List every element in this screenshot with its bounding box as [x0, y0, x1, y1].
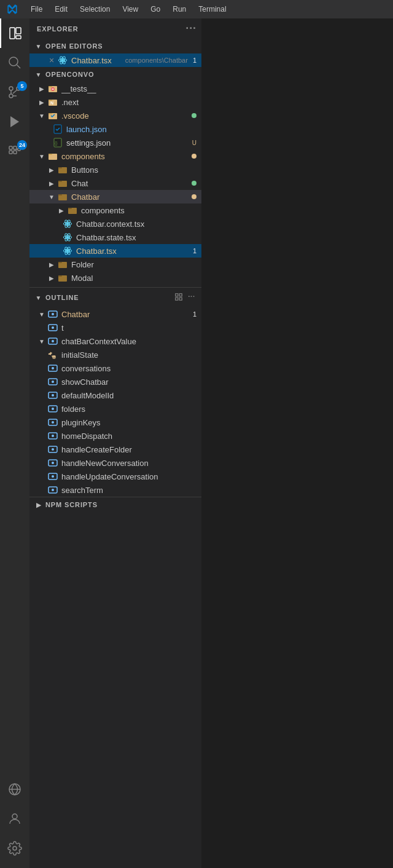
- explorer-more-icon[interactable]: ···: [185, 22, 196, 35]
- activity-bar-explorer[interactable]: [0, 18, 29, 48]
- activity-bar-source-control[interactable]: 5: [0, 77, 29, 107]
- svg-point-90: [52, 489, 54, 491]
- outline-pluginkeys-label: pluginKeys: [61, 418, 196, 427]
- folder-buttons[interactable]: ▶ Buttons: [29, 163, 201, 176]
- svg-rect-0: [10, 28, 15, 39]
- activity-bar-search[interactable]: [0, 48, 29, 77]
- svg-text:{}: {}: [55, 141, 58, 146]
- activity-bar-remote[interactable]: [0, 775, 29, 804]
- components-folder-icon: [47, 150, 59, 162]
- chatbar-tsx-icon: [61, 245, 74, 257]
- folder-folder-label: Folder: [71, 260, 196, 269]
- menu-go[interactable]: Go: [144, 2, 166, 16]
- outline-item-defaultmodelid[interactable]: defaultModelId: [29, 389, 201, 402]
- outline-homedispatch-label: homeDispatch: [61, 432, 196, 441]
- next-folder-icon: N: [47, 96, 59, 108]
- menu-edit[interactable]: Edit: [49, 2, 74, 16]
- svg-point-86: [52, 462, 54, 464]
- outline-showchatbar-icon: [47, 376, 59, 388]
- activity-bar-account[interactable]: [0, 804, 29, 834]
- folder-components[interactable]: ▼ components: [29, 149, 201, 163]
- menu-run[interactable]: Run: [166, 2, 192, 16]
- file-chatbar-state-tsx[interactable]: Chatbar.state.tsx: [29, 231, 201, 244]
- chatbar-components-chevron-icon: ▶: [56, 203, 66, 217]
- outline-item-showchatbar[interactable]: showChatbar: [29, 375, 201, 389]
- folder-vscode[interactable]: ▼ .vscode: [29, 109, 201, 122]
- chatbar-state-tsx-label: Chatbar.state.tsx: [76, 233, 196, 242]
- chatbar-components-folder-icon: [66, 204, 79, 216]
- npm-scripts-chevron: ▶: [34, 502, 43, 508]
- outline-pluginkeys-icon: [47, 416, 59, 428]
- next-chevron-icon: ▶: [37, 95, 47, 109]
- outline-t-label: t: [61, 323, 196, 333]
- folder-folder[interactable]: ▶ Folder: [29, 258, 201, 271]
- open-file-chatbar-tsx-label: Chatbar.tsx: [71, 56, 122, 65]
- outline-item-chatbar[interactable]: ▼ Chatbar 1: [29, 307, 201, 321]
- outline-homedispatch-icon: [47, 430, 59, 442]
- outline-item-handleupdateconversation[interactable]: handleUpdateConversation: [29, 470, 201, 483]
- chatbar-tsx-label: Chatbar.tsx: [76, 247, 188, 256]
- outline-follow-cursor-icon[interactable]: [173, 291, 184, 304]
- svg-text:N: N: [50, 101, 53, 105]
- titlebar-menu: File Edit Selection View Go Run Terminal: [25, 2, 233, 16]
- vscode-folder-icon: [47, 109, 59, 122]
- file-launch-json[interactable]: launch.json: [29, 122, 201, 136]
- main-layout: 5 24: [0, 18, 393, 868]
- project-header[interactable]: ▼ OPENCONVO: [29, 67, 201, 82]
- outline-item-t[interactable]: t: [29, 321, 201, 334]
- folder-chat[interactable]: ▶ Chat: [29, 176, 201, 190]
- outline-item-pluginkeys[interactable]: pluginKeys: [29, 416, 201, 429]
- open-editors-header[interactable]: ▼ OPEN EDITORS: [29, 39, 201, 53]
- outline-item-handlenewconversation[interactable]: handleNewConversation: [29, 456, 201, 470]
- chat-chevron-icon: ▶: [47, 176, 56, 190]
- outline-item-chatbarcontextvalue[interactable]: ▼ chatBarContextValue: [29, 334, 201, 348]
- outline-item-initialstate[interactable]: initialState: [29, 348, 201, 361]
- activity-bar-extensions[interactable]: 24: [0, 136, 29, 166]
- file-settings-json[interactable]: {} settings.json U: [29, 136, 201, 149]
- chatbar-components-folder-label: components: [81, 206, 196, 215]
- explorer-header[interactable]: EXPLORER ···: [29, 18, 201, 39]
- folder-chatbar-components[interactable]: ▶ components: [29, 203, 201, 217]
- chatbar-chevron-icon: ▼: [47, 190, 56, 203]
- svg-point-52: [66, 250, 69, 252]
- file-chatbar-context-tsx[interactable]: Chatbar.context.tsx: [29, 217, 201, 231]
- chatbar-state-tsx-icon: [61, 231, 74, 243]
- activity-bar-run-debug[interactable]: [0, 107, 29, 136]
- svg-rect-41: [58, 194, 62, 195]
- menu-selection[interactable]: Selection: [74, 2, 116, 16]
- tests-chevron-icon: ▶: [37, 82, 47, 95]
- open-editors-chevron: ▼: [34, 43, 43, 50]
- svg-rect-61: [179, 294, 182, 296]
- svg-line-4: [17, 65, 21, 69]
- file-chatbar-tsx[interactable]: Chatbar.tsx 1: [29, 244, 201, 258]
- activity-bar: 5 24: [0, 18, 29, 868]
- close-chatbar-tsx-icon[interactable]: ×: [47, 55, 56, 65]
- menu-file[interactable]: File: [25, 2, 49, 16]
- outline-item-handlecreatefolder[interactable]: handleCreateFolder: [29, 443, 201, 456]
- outline-item-folders[interactable]: folders: [29, 402, 201, 416]
- outline-t-icon: [47, 322, 59, 334]
- outline-item-conversations[interactable]: conversations: [29, 361, 201, 375]
- menu-terminal[interactable]: Terminal: [192, 2, 232, 16]
- svg-rect-11: [9, 146, 12, 149]
- outline-header[interactable]: ▼ OUTLINE ···: [29, 287, 201, 307]
- folder-next[interactable]: ▶ N .next: [29, 95, 201, 109]
- folder-chatbar[interactable]: ▼ Chatbar: [29, 190, 201, 203]
- svg-rect-43: [68, 208, 72, 209]
- outline-item-searchterm[interactable]: searchTerm: [29, 483, 201, 497]
- svg-point-7: [9, 87, 13, 90]
- explorer-title: EXPLORER: [37, 25, 79, 33]
- folder-tests[interactable]: ▶ __tests__: [29, 82, 201, 95]
- menu-view[interactable]: View: [116, 2, 144, 16]
- outline-section: ▼ OUTLINE ··· ▼ Chatbar 1: [29, 285, 201, 497]
- next-folder-label: .next: [61, 98, 196, 107]
- npm-scripts-header[interactable]: ▶ NPM SCRIPTS: [29, 497, 201, 512]
- settings-json-deco: U: [190, 140, 196, 146]
- activity-bar-settings[interactable]: [0, 834, 29, 863]
- open-file-chatbar-tsx[interactable]: × Chatbar.tsx components\Chatbar 1: [29, 53, 201, 67]
- outline-chevron: ▼: [34, 294, 43, 301]
- outline-more-icon[interactable]: ···: [187, 291, 196, 304]
- outline-item-homedispatch[interactable]: homeDispatch: [29, 429, 201, 443]
- folder-modal[interactable]: ▶ Modal: [29, 271, 201, 285]
- svg-rect-39: [58, 181, 62, 182]
